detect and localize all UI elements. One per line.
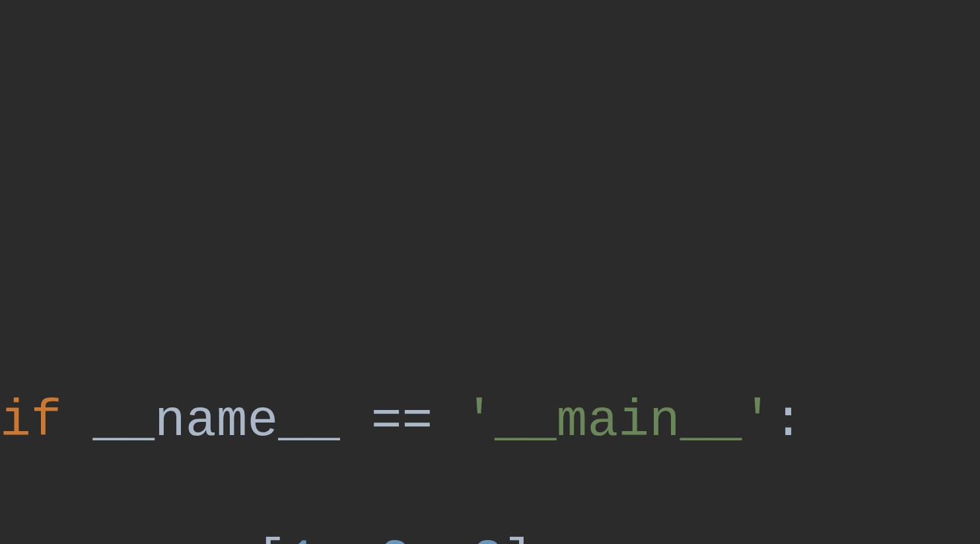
string-main: __main__ (495, 392, 742, 450)
string-quote: ' (464, 392, 495, 450)
dunder-name: __name__ (92, 392, 339, 450)
number-1: 1 (287, 531, 318, 544)
code-line-2: a = [1, 2, 3] (0, 526, 980, 544)
number-2: 2 (380, 531, 411, 544)
close-bracket: ] (503, 531, 534, 544)
comma: , (410, 531, 441, 544)
comma: , (318, 531, 349, 544)
colon: : (773, 392, 804, 450)
code-editor[interactable]: if __name__ == '__main__': a = [1, 2, 3]… (0, 318, 980, 544)
var-a: a (132, 531, 163, 544)
keyword-if: if (0, 392, 62, 450)
number-3: 3 (472, 531, 503, 544)
code-line-1: if __name__ == '__main__': (0, 387, 980, 456)
open-bracket: [ (256, 531, 287, 544)
equals-operator: == (371, 392, 433, 450)
assign-operator: = (194, 531, 225, 544)
string-quote: ' (742, 392, 773, 450)
